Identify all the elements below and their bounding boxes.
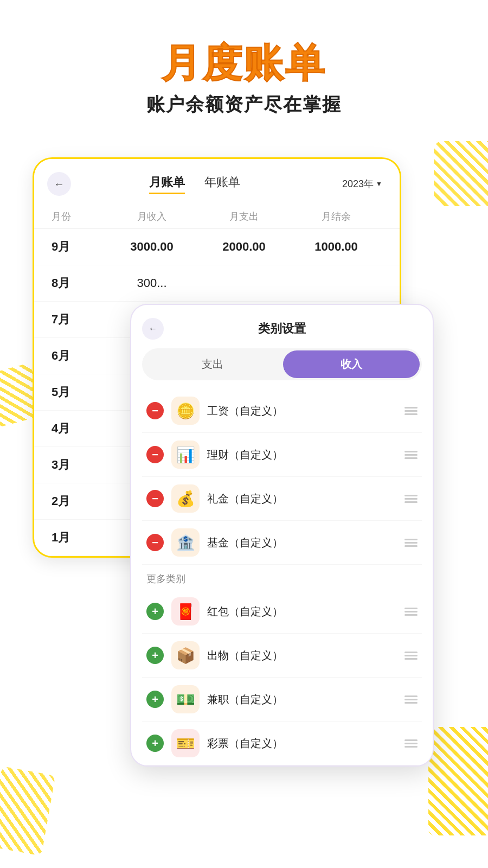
minus-icon: −: [152, 405, 158, 416]
list-item[interactable]: − 📊 理财（自定义）: [142, 433, 422, 477]
tab-expense[interactable]: 支出: [144, 350, 281, 378]
row-month: 3月: [52, 457, 106, 473]
category-icon: 📊: [171, 441, 200, 469]
row-month: 8月: [52, 275, 106, 291]
remove-category-button[interactable]: −: [146, 490, 164, 507]
hero-title: 月度账单: [0, 43, 488, 82]
drag-handle-icon[interactable]: [404, 407, 418, 415]
remove-category-button[interactable]: −: [146, 534, 164, 551]
list-item[interactable]: + 💵 兼职（自定义）: [142, 678, 422, 722]
category-icon: 🏦: [171, 528, 200, 557]
drag-handle-icon[interactable]: [404, 495, 418, 503]
category-tab-switcher: 支出 收入: [142, 348, 422, 380]
minus-icon: −: [152, 449, 158, 460]
minus-icon: −: [152, 537, 158, 548]
add-category-button[interactable]: +: [146, 603, 164, 620]
overlay-title: 类别设置: [258, 321, 306, 337]
deco-stripe-3: [428, 727, 488, 835]
col-balance: 月结余: [290, 210, 382, 223]
category-name: 兼职（自定义）: [207, 692, 397, 707]
overlay-back-button[interactable]: ←: [142, 318, 164, 340]
plus-icon: +: [152, 738, 158, 749]
row-month: 5月: [52, 384, 106, 400]
row-month: 1月: [52, 529, 106, 546]
category-icon: 💵: [171, 685, 200, 713]
drag-handle-icon[interactable]: [404, 739, 418, 748]
year-caret-icon: ▼: [376, 180, 382, 188]
row-income: 3000.00: [106, 240, 198, 254]
list-item[interactable]: − 🪙 工资（自定义）: [142, 389, 422, 433]
plus-icon: +: [152, 694, 158, 705]
overlay-header: ← 类别设置: [131, 305, 433, 348]
category-name: 礼金（自定义）: [207, 492, 397, 506]
minus-icon: −: [152, 493, 158, 504]
row-expense: 2000.00: [198, 240, 290, 254]
drag-handle-icon[interactable]: [404, 695, 418, 704]
hero-section: 月度账单 账户余额资产尽在掌握: [0, 0, 488, 117]
list-item[interactable]: + 📦 出物（自定义）: [142, 634, 422, 678]
table-header: 月份 月收入 月支出 月结余: [34, 205, 400, 229]
category-icon: 🧧: [171, 597, 200, 626]
card-tabs: 月账单 年账单: [47, 174, 342, 194]
drag-handle-icon[interactable]: [404, 451, 418, 459]
overlay-back-icon: ←: [149, 324, 157, 334]
hero-subtitle: 账户余额资产尽在掌握: [0, 92, 488, 117]
row-month: 6月: [52, 348, 106, 364]
add-category-button[interactable]: +: [146, 647, 164, 664]
plus-icon: +: [152, 650, 158, 661]
tab-yearly[interactable]: 年账单: [204, 174, 240, 194]
list-item[interactable]: − 💰 礼金（自定义）: [142, 477, 422, 521]
category-name: 红包（自定义）: [207, 604, 397, 619]
category-name: 基金（自定义）: [207, 535, 397, 550]
row-month: 4月: [52, 420, 106, 437]
list-item[interactable]: − 🏦 基金（自定义）: [142, 521, 422, 565]
add-category-button[interactable]: +: [146, 735, 164, 752]
category-name: 出物（自定义）: [207, 648, 397, 663]
drag-handle-icon[interactable]: [404, 652, 418, 660]
more-categories-label: 更多类别: [142, 565, 422, 590]
col-month: 月份: [52, 210, 106, 223]
col-income: 月收入: [106, 210, 198, 223]
drag-handle-icon[interactable]: [404, 608, 418, 616]
tab-monthly[interactable]: 月账单: [149, 174, 185, 194]
category-name: 理财（自定义）: [207, 448, 397, 462]
row-balance: 1000.00: [290, 240, 382, 254]
list-item[interactable]: + 🎫 彩票（自定义）: [142, 722, 422, 765]
category-settings-card: ← 类别设置 支出 收入 − 🪙 工资（自定义） − 📊 理财（自定义）: [130, 304, 434, 767]
row-month: 7月: [52, 311, 106, 328]
category-icon: 📦: [171, 641, 200, 669]
row-income: 300...: [106, 276, 198, 290]
card-header: ← 月账单 年账单 2023年 ▼: [34, 159, 400, 205]
remove-category-button[interactable]: −: [146, 402, 164, 419]
remove-category-button[interactable]: −: [146, 446, 164, 463]
plus-icon: +: [152, 606, 158, 617]
deco-stripe-4: [0, 766, 55, 856]
category-icon: 💰: [171, 484, 200, 513]
table-row[interactable]: 8月 300...: [34, 265, 400, 302]
category-name: 彩票（自定义）: [207, 736, 397, 751]
add-category-button[interactable]: +: [146, 691, 164, 708]
category-icon: 🪙: [171, 397, 200, 425]
deco-stripe-1: [434, 141, 488, 206]
drag-handle-icon[interactable]: [404, 539, 418, 547]
category-name: 工资（自定义）: [207, 404, 397, 418]
year-selector[interactable]: 2023年 ▼: [342, 177, 382, 190]
list-item[interactable]: + 🧧 红包（自定义）: [142, 590, 422, 634]
category-icon: 🎫: [171, 729, 200, 757]
table-row[interactable]: 9月 3000.00 2000.00 1000.00: [34, 229, 400, 265]
tab-income[interactable]: 收入: [283, 350, 420, 378]
year-label: 2023年: [342, 177, 374, 190]
col-expense: 月支出: [198, 210, 290, 223]
row-month: 2月: [52, 493, 106, 509]
active-category-list: − 🪙 工资（自定义） − 📊 理财（自定义） − 💰 礼金（自定义: [131, 389, 433, 765]
row-month: 9月: [52, 239, 106, 255]
